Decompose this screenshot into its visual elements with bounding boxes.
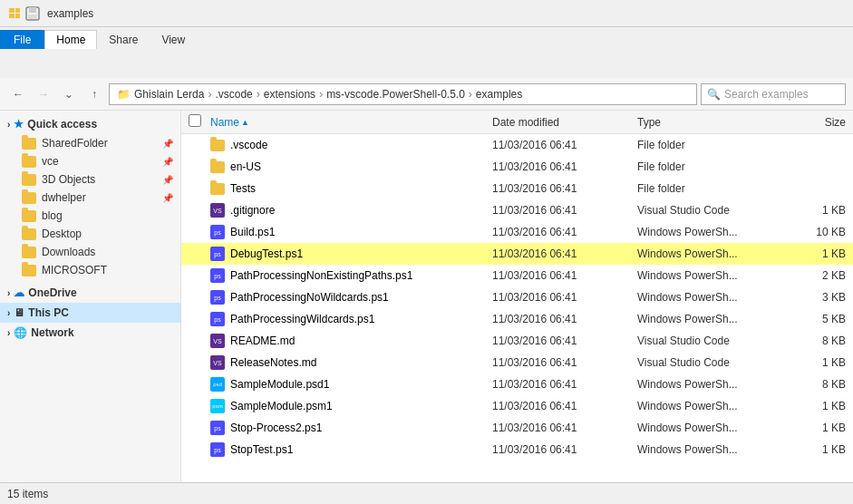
path-sep-0: › [208, 88, 211, 101]
recent-locations-button[interactable]: ⌄ [58, 83, 80, 105]
thispc-icon: 🖥 [14, 306, 24, 319]
sidebar-item-sharedfolder-label: SharedFolder [42, 137, 108, 150]
tab-home[interactable]: Home [44, 30, 97, 49]
select-all-checkbox[interactable] [189, 114, 201, 127]
table-row[interactable]: Tests 11/03/2016 06:41 File folder [181, 178, 853, 199]
tab-view[interactable]: View [150, 30, 197, 49]
file-type: File folder [637, 160, 773, 173]
svg-rect-0 [9, 8, 15, 13]
sidebar: › ★ Quick access SharedFolder 📌 vce 📌 3D… [0, 111, 181, 482]
onedrive-header[interactable]: › ☁ OneDrive [0, 283, 180, 303]
path-sep-3: › [469, 88, 472, 101]
file-name-cell: Tests [210, 182, 492, 195]
ribbon: File Home Share View [0, 27, 853, 78]
window-title: examples [47, 7, 93, 20]
file-size: 1 KB [773, 247, 846, 260]
col-header-size[interactable]: Size [773, 116, 846, 129]
tab-file[interactable]: File [0, 30, 44, 49]
sidebar-item-dwhelper[interactable]: dwhelper 📌 [0, 189, 180, 207]
table-row[interactable]: ps Stop-Process2.ps1 11/03/2016 06:41 Wi… [181, 417, 853, 439]
vs-file-icon: VS [210, 355, 225, 370]
folder-icon-3dobjects [22, 174, 36, 186]
path-part-0[interactable]: Ghislain Lerda [134, 88, 204, 101]
sidebar-item-3dobjects-label: 3D Objects [42, 173, 95, 186]
file-date: 11/03/2016 06:41 [492, 226, 637, 238]
file-type: Windows PowerSh... [637, 443, 773, 456]
table-row[interactable]: ps PathProcessingNoWildcards.ps1 11/03/2… [181, 286, 853, 308]
file-date: 11/03/2016 06:41 [492, 356, 637, 369]
file-name-cell: ps StopTest.ps1 [210, 442, 492, 457]
table-row[interactable]: ps PathProcessingNonExistingPaths.ps1 11… [181, 265, 853, 286]
address-path[interactable]: 📁 Ghislain Lerda › .vscode › extensions … [109, 83, 697, 105]
file-size: 8 KB [773, 334, 846, 347]
file-name: .vscode [230, 139, 267, 151]
folder-icon-vce [22, 156, 36, 168]
file-name-cell: ps DebugTest.ps1 [210, 247, 492, 261]
file-name: PathProcessingNonExistingPaths.ps1 [230, 269, 412, 282]
file-size: 2 KB [773, 269, 846, 282]
sidebar-item-3dobjects[interactable]: 3D Objects 📌 [0, 170, 180, 189]
path-sep-1: › [257, 88, 260, 101]
folder-icon [210, 183, 225, 195]
table-row[interactable]: psm SampleModule.psm1 11/03/2016 06:41 W… [181, 395, 853, 417]
sidebar-item-blog-label: blog [42, 209, 63, 222]
ps-file-icon: ps [210, 247, 225, 261]
sidebar-item-microsoft[interactable]: MICROSOFT [0, 261, 180, 279]
header-checkbox[interactable] [189, 114, 210, 130]
path-part-2[interactable]: extensions [264, 88, 315, 101]
table-row[interactable]: ps StopTest.ps1 11/03/2016 06:41 Windows… [181, 439, 853, 460]
table-row[interactable]: VS README.md 11/03/2016 06:41 Visual Stu… [181, 330, 853, 352]
table-row[interactable]: ps PathProcessingWildcards.ps1 11/03/201… [181, 308, 853, 330]
table-row[interactable]: ps DebugTest.ps1 11/03/2016 06:41 Window… [181, 243, 853, 265]
table-row[interactable]: VS .gitignore 11/03/2016 06:41 Visual St… [181, 199, 853, 221]
file-type: Windows PowerSh... [637, 247, 773, 260]
sidebar-item-vce[interactable]: vce 📌 [0, 152, 180, 170]
forward-button[interactable]: → [33, 83, 54, 105]
path-part-4[interactable]: examples [476, 88, 522, 101]
tab-share[interactable]: Share [97, 30, 150, 49]
file-date: 11/03/2016 06:41 [492, 443, 637, 456]
thispc-header[interactable]: › 🖥 This PC [0, 303, 180, 323]
folder-icon-microsoft [22, 265, 36, 276]
sidebar-item-downloads[interactable]: Downloads [0, 243, 180, 261]
svg-rect-5 [29, 7, 36, 13]
table-row[interactable]: .vscode 11/03/2016 06:41 File folder [181, 134, 853, 156]
svg-rect-1 [9, 14, 15, 18]
file-type: Visual Studio Code [637, 204, 773, 217]
file-name: README.md [230, 334, 295, 347]
table-row[interactable]: VS ReleaseNotes.md 11/03/2016 06:41 Visu… [181, 352, 853, 373]
col-header-type[interactable]: Type [637, 116, 773, 129]
back-button[interactable]: ← [7, 83, 29, 105]
sidebar-item-sharedfolder[interactable]: SharedFolder 📌 [0, 134, 180, 152]
file-type: Windows PowerSh... [637, 313, 773, 325]
network-header[interactable]: › 🌐 Network [0, 323, 180, 343]
file-size: 1 KB [773, 356, 846, 369]
file-type: File folder [637, 182, 773, 195]
sidebar-item-blog[interactable]: blog [0, 207, 180, 225]
search-box[interactable]: 🔍 Search examples [701, 83, 846, 105]
file-name-cell: psd SampleModule.psd1 [210, 377, 492, 392]
table-row[interactable]: psd SampleModule.psd1 11/03/2016 06:41 W… [181, 373, 853, 395]
sidebar-item-microsoft-label: MICROSOFT [42, 264, 107, 276]
up-button[interactable]: ↑ [83, 83, 105, 105]
sidebar-item-desktop[interactable]: Desktop [0, 225, 180, 243]
table-row[interactable]: ps Build.ps1 11/03/2016 06:41 Windows Po… [181, 221, 853, 243]
quick-access-chevron: › [7, 120, 10, 130]
svg-rect-3 [15, 14, 20, 18]
path-part-3[interactable]: ms-vscode.PowerShell-0.5.0 [326, 88, 465, 101]
folder-icon-sharedfolder [22, 138, 36, 150]
pin-icon-sharedfolder: 📌 [162, 139, 173, 149]
col-header-name[interactable]: Name ▲ [210, 116, 492, 129]
file-size: 10 KB [773, 226, 846, 238]
psm-file-icon: psm [210, 399, 225, 413]
ps-file-icon: ps [210, 268, 225, 283]
sidebar-item-vce-label: vce [42, 155, 59, 168]
col-header-date[interactable]: Date modified [492, 116, 637, 129]
file-name: Build.ps1 [230, 226, 275, 238]
path-part-1[interactable]: .vscode [215, 88, 252, 101]
quick-access-header[interactable]: › ★ Quick access [0, 114, 180, 134]
table-row[interactable]: en-US 11/03/2016 06:41 File folder [181, 156, 853, 178]
file-date: 11/03/2016 06:41 [492, 204, 637, 217]
title-bar: examples [0, 0, 853, 27]
file-name-cell: VS README.md [210, 334, 492, 348]
